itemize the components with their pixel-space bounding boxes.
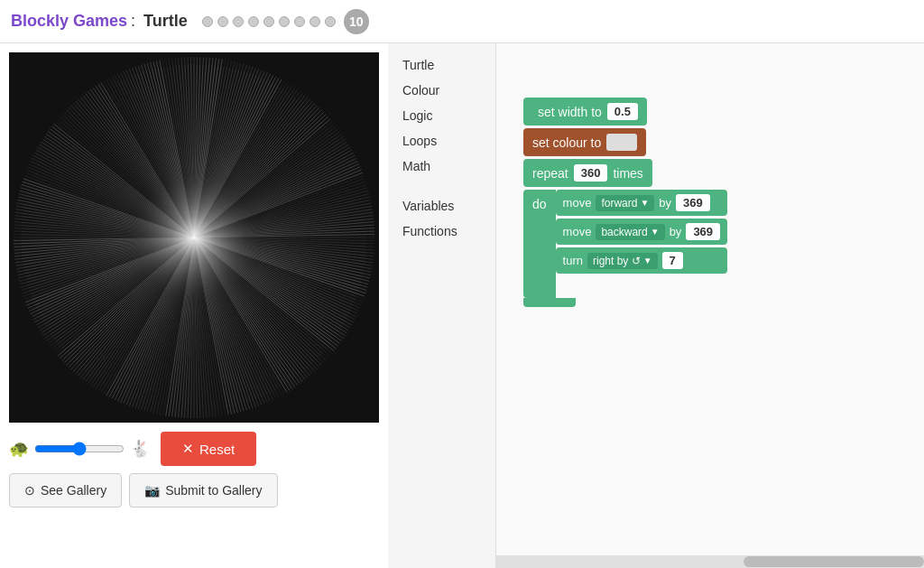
set-width-block-body: set width to 0.5 [523,98,647,126]
move-forward-block[interactable]: move forward ▼ by 369 [556,190,728,216]
submit-gallery-icon: 📷 [144,483,160,498]
speed-slider[interactable] [34,442,125,456]
blocks-workspace[interactable]: set width to 0.5 set colour to repeat 36… [496,43,924,568]
canvas-area: 🐢 🐇 ✕ Reset ⊙ See Gallery 📷 Submit to Ga… [0,43,388,568]
level-dot-4[interactable] [248,16,259,27]
move-backward-block[interactable]: move backward ▼ by 369 [556,219,728,245]
set-colour-label: set colour to [532,135,601,150]
repeat-label-pre: repeat [532,166,568,181]
toolbox-item-math[interactable]: Math [388,154,495,179]
submit-gallery-button[interactable]: 📷 Submit to Gallery [129,473,277,507]
turn-value[interactable]: 7 [662,252,683,269]
header: Blockly Games : Turtle 10 [0,0,924,43]
level-dot-3[interactable] [233,16,244,27]
set-width-label: set width to [538,105,602,119]
repeat-block-body: repeat 360 times [523,159,652,187]
do-block-container: do move forward ▼ by 369 [523,190,727,298]
level-dots: 10 [202,9,369,34]
turn-label: turn [563,254,583,267]
canvas-controls: 🐢 🐇 ✕ Reset [9,432,379,466]
game-title: Turtle [139,12,188,31]
repeat-value[interactable]: 360 [574,164,608,182]
turtle-canvas [9,52,379,423]
blocks-container: set width to 0.5 set colour to repeat 36… [523,98,727,307]
backward-dropdown[interactable]: backward ▼ [596,224,664,240]
level-dot-5[interactable] [263,16,274,27]
reset-button[interactable]: ✕ Reset [161,432,256,466]
toolbox-item-functions[interactable]: Functions [388,219,495,244]
turn-direction-label: right by ↺ [593,255,641,267]
repeat-label-post: times [613,166,642,181]
reset-x-icon: ✕ [182,441,194,457]
move-backward-value[interactable]: 369 [686,223,720,240]
fast-turtle-icon: 🐇 [130,439,150,459]
set-width-value[interactable]: 0.5 [607,103,638,120]
toolbox-item-logic[interactable]: Logic [388,103,495,128]
move-backward-by: by [670,225,682,238]
set-colour-block[interactable]: set colour to [523,128,727,156]
do-label: do [523,190,556,298]
toolbox-item-loops[interactable]: Loops [388,128,495,154]
current-level-badge[interactable]: 10 [344,9,369,34]
main-layout: 🐢 🐇 ✕ Reset ⊙ See Gallery 📷 Submit to Ga… [0,43,924,568]
repeat-block[interactable]: repeat 360 times [523,159,727,187]
forward-dropdown[interactable]: forward ▼ [596,195,654,211]
toolbox-item-variables[interactable]: Variables [388,193,495,219]
level-dot-7[interactable] [294,16,305,27]
toolbox-divider [388,179,495,193]
do-block-bottom [523,298,576,307]
backward-direction-label: backward [601,226,647,238]
see-gallery-label: See Gallery [41,483,106,498]
brand-title: Blockly Games [11,12,127,31]
speed-control: 🐢 🐇 [9,439,150,459]
level-dot-2[interactable] [217,16,228,27]
reset-label: Reset [199,442,235,457]
level-dot-1[interactable] [202,16,213,27]
turn-direction-dropdown[interactable]: right by ↺ ▼ [587,253,658,269]
level-dot-6[interactable] [279,16,290,27]
forward-direction-label: forward [601,197,637,210]
turn-dropdown-arrow: ▼ [643,256,652,265]
see-gallery-icon: ⊙ [24,483,35,498]
title-separator: : [131,12,135,31]
level-dot-8[interactable] [310,16,320,27]
toolbox: Turtle Colour Logic Loops Math Variables… [388,43,496,568]
move-forward-by: by [659,196,671,210]
set-colour-block-body: set colour to [523,128,646,156]
move-backward-label: move [563,225,592,238]
toolbox-item-turtle[interactable]: Turtle [388,52,495,78]
slow-turtle-icon: 🐢 [9,439,29,459]
see-gallery-button[interactable]: ⊙ See Gallery [9,473,122,507]
backward-dropdown-arrow: ▼ [651,227,660,237]
move-forward-label: move [563,196,592,210]
toolbox-item-colour[interactable]: Colour [388,78,495,103]
submit-gallery-label: Submit to Gallery [165,483,262,498]
forward-dropdown-arrow: ▼ [640,198,649,208]
horizontal-scrollbar[interactable] [496,555,924,568]
turn-block[interactable]: turn right by ↺ ▼ 7 [556,247,728,274]
set-colour-value[interactable] [606,134,637,151]
scrollbar-thumb[interactable] [744,556,924,567]
do-inner-blocks: move forward ▼ by 369 move backward [556,190,728,274]
level-dot-9[interactable] [325,16,336,27]
set-width-block[interactable]: set width to 0.5 [523,98,727,126]
gallery-buttons: ⊙ See Gallery 📷 Submit to Gallery [9,473,379,507]
move-forward-value[interactable]: 369 [676,194,710,211]
